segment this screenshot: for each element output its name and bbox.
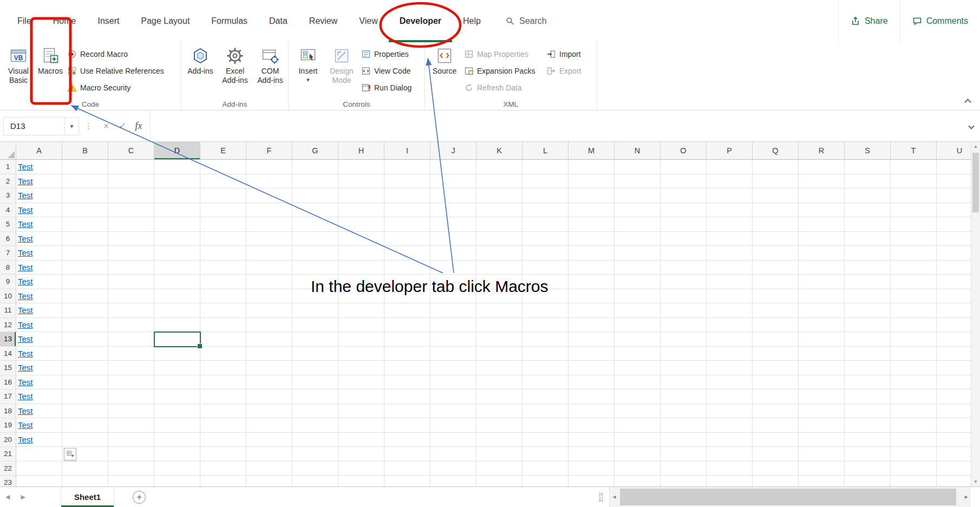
- cell-J15[interactable]: [430, 361, 476, 375]
- cell-T18[interactable]: [891, 404, 937, 419]
- cell-Q16[interactable]: [753, 375, 799, 390]
- cell-I14[interactable]: [384, 347, 430, 361]
- cell-S1[interactable]: [845, 160, 891, 174]
- cell-P3[interactable]: [707, 188, 753, 203]
- cell-H15[interactable]: [338, 361, 384, 375]
- cell-R20[interactable]: [799, 433, 845, 447]
- cell-K2[interactable]: [476, 174, 522, 189]
- cell-S10[interactable]: [845, 289, 891, 304]
- cell-A19[interactable]: Test: [16, 418, 62, 433]
- cell-C15[interactable]: [108, 361, 154, 375]
- selected-cell[interactable]: [154, 332, 201, 347]
- cell-M8[interactable]: [569, 261, 615, 275]
- cell-I17[interactable]: [384, 389, 430, 404]
- cell-F23[interactable]: [246, 476, 292, 486]
- cell-R16[interactable]: [799, 375, 845, 390]
- cell-O3[interactable]: [661, 188, 707, 203]
- cell-G6[interactable]: [292, 232, 338, 246]
- cell-Q23[interactable]: [753, 476, 799, 486]
- cell-S13[interactable]: [845, 332, 891, 347]
- cell-N20[interactable]: [615, 433, 661, 447]
- add-ins-button[interactable]: Add-ins: [184, 44, 217, 97]
- cell-link-a9[interactable]: Test: [18, 277, 33, 286]
- cell-P9[interactable]: [707, 275, 753, 289]
- cell-U5[interactable]: [937, 217, 971, 232]
- cell-F21[interactable]: [246, 447, 292, 461]
- cell-C19[interactable]: [108, 418, 154, 433]
- cell-link-a12[interactable]: Test: [18, 320, 33, 329]
- cell-J12[interactable]: [430, 318, 476, 333]
- cell-A22[interactable]: [16, 461, 62, 476]
- cell-R10[interactable]: [799, 289, 845, 304]
- cell-I20[interactable]: [384, 433, 430, 447]
- row-header-21[interactable]: 21: [0, 447, 16, 461]
- cell-link-a1[interactable]: Test: [18, 162, 33, 171]
- cell-link-a4[interactable]: Test: [18, 205, 33, 214]
- cell-Q1[interactable]: [753, 160, 799, 174]
- cell-B3[interactable]: [62, 188, 108, 203]
- cell-S22[interactable]: [845, 461, 891, 476]
- cell-L4[interactable]: [522, 203, 569, 218]
- cell-K3[interactable]: [476, 188, 522, 203]
- cell-N5[interactable]: [615, 217, 661, 232]
- cell-C7[interactable]: [108, 246, 154, 261]
- cell-Q18[interactable]: [753, 404, 799, 419]
- new-sheet-button[interactable]: +: [133, 491, 146, 504]
- cell-O14[interactable]: [661, 347, 707, 361]
- cell-M13[interactable]: [569, 332, 615, 347]
- cell-A4[interactable]: Test: [16, 203, 62, 218]
- cell-B9[interactable]: [62, 275, 108, 289]
- row-header-22[interactable]: 22: [0, 461, 16, 476]
- cell-N22[interactable]: [615, 461, 661, 476]
- cell-E18[interactable]: [200, 404, 246, 419]
- cell-O8[interactable]: [661, 261, 707, 275]
- cell-E23[interactable]: [200, 476, 246, 486]
- cell-G13[interactable]: [292, 332, 338, 347]
- cell-R17[interactable]: [799, 389, 845, 404]
- cell-N21[interactable]: [615, 447, 661, 461]
- cell-F11[interactable]: [246, 303, 292, 318]
- tab-help[interactable]: Help: [452, 0, 492, 42]
- cell-L16[interactable]: [522, 375, 569, 390]
- cell-F9[interactable]: [246, 275, 292, 289]
- cell-N23[interactable]: [615, 476, 661, 486]
- cell-C14[interactable]: [108, 347, 154, 361]
- cell-A8[interactable]: Test: [16, 261, 62, 275]
- cell-G18[interactable]: [292, 404, 338, 419]
- vertical-scrollbar[interactable]: ▲ ▼: [971, 142, 980, 486]
- cell-Q15[interactable]: [753, 361, 799, 375]
- cell-R23[interactable]: [799, 476, 845, 486]
- column-header-l[interactable]: L: [522, 142, 569, 159]
- cell-K14[interactable]: [476, 347, 522, 361]
- cell-E9[interactable]: [200, 275, 246, 289]
- cell-M4[interactable]: [569, 203, 615, 218]
- cell-L11[interactable]: [522, 303, 569, 318]
- cell-F14[interactable]: [246, 347, 292, 361]
- cell-T4[interactable]: [891, 203, 937, 218]
- cell-link-a2[interactable]: Test: [18, 177, 33, 186]
- cell-B19[interactable]: [62, 418, 108, 433]
- cell-R9[interactable]: [799, 275, 845, 289]
- cell-K21[interactable]: [476, 447, 522, 461]
- cell-P13[interactable]: [707, 332, 753, 347]
- cell-H7[interactable]: [338, 246, 384, 261]
- cell-B15[interactable]: [62, 361, 108, 375]
- cell-P22[interactable]: [707, 461, 753, 476]
- cell-T3[interactable]: [891, 188, 937, 203]
- cell-C3[interactable]: [108, 188, 154, 203]
- cell-T23[interactable]: [891, 476, 937, 486]
- cell-H11[interactable]: [338, 303, 384, 318]
- cell-B17[interactable]: [62, 389, 108, 404]
- cell-J4[interactable]: [430, 203, 476, 218]
- name-box[interactable]: D13 ▾: [3, 117, 79, 135]
- cell-L2[interactable]: [522, 174, 569, 189]
- cell-N17[interactable]: [615, 389, 661, 404]
- cell-C18[interactable]: [108, 404, 154, 419]
- cell-K17[interactable]: [476, 389, 522, 404]
- cell-S19[interactable]: [845, 418, 891, 433]
- cell-I16[interactable]: [384, 375, 430, 390]
- cell-A20[interactable]: Test: [16, 433, 62, 447]
- cell-P21[interactable]: [707, 447, 753, 461]
- cell-link-a14[interactable]: Test: [18, 349, 33, 358]
- row-header-19[interactable]: 19: [0, 418, 16, 433]
